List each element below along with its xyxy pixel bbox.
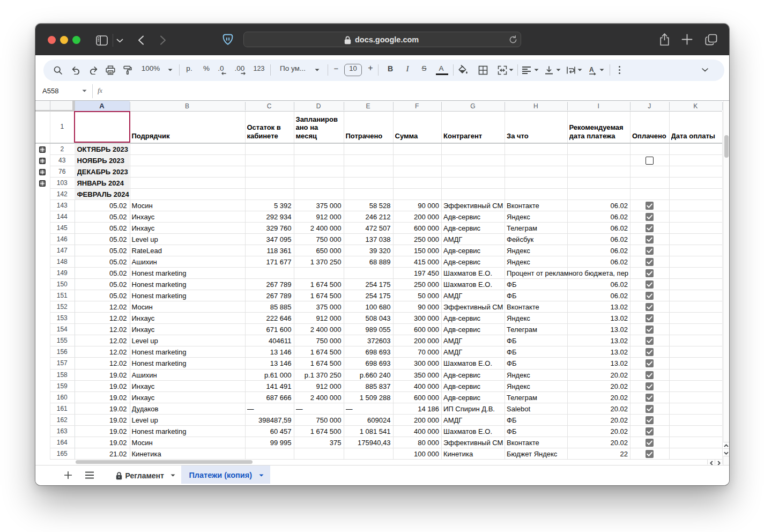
svg-text:A: A	[589, 66, 594, 73]
